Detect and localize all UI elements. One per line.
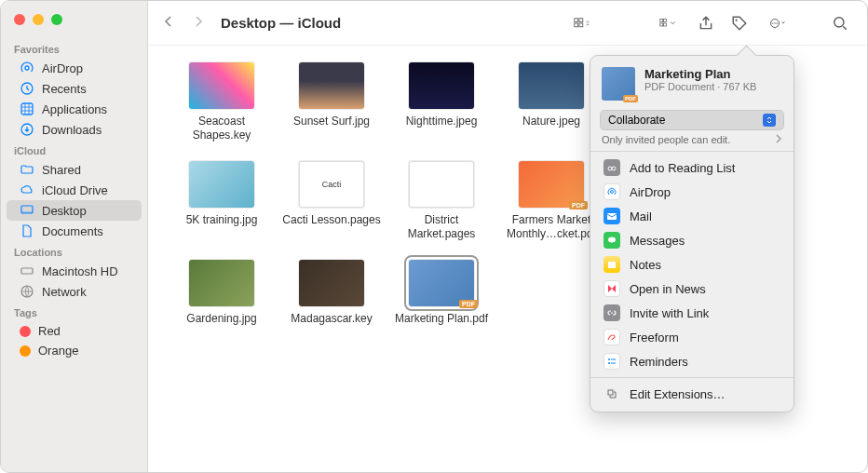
file-item[interactable]: Farmers Market Monthly…cket.pdf	[500, 161, 603, 241]
sidebar-item-shared[interactable]: Shared	[7, 159, 142, 180]
close-window-button[interactable]	[14, 14, 25, 25]
fullscreen-window-button[interactable]	[51, 14, 62, 25]
apps-icon	[20, 101, 34, 116]
share-item-airdrop[interactable]: AirDrop	[590, 180, 793, 204]
sidebar-item-documents[interactable]: Documents	[7, 221, 142, 241]
permission-hint-row[interactable]: Only invited people can edit.	[602, 134, 782, 145]
download-icon	[20, 122, 34, 137]
chevron-right-icon	[775, 134, 782, 145]
svg-rect-15	[664, 23, 667, 26]
window-controls	[1, 10, 147, 38]
sidebar-tag-orange[interactable]: Orange	[7, 341, 142, 360]
sidebar-item-airdrop[interactable]: AirDrop	[7, 58, 142, 78]
sidebar-item-downloads[interactable]: Downloads	[7, 119, 142, 140]
label: Applications	[42, 102, 107, 116]
svg-rect-13	[664, 19, 667, 21]
share-item-mail[interactable]: Mail	[590, 204, 793, 228]
share-item-messages[interactable]: Messages	[590, 228, 793, 252]
popover-subtitle: PDF Document · 767 KB	[644, 81, 756, 92]
label: Messages	[630, 234, 685, 248]
view-mode-button[interactable]	[563, 11, 601, 35]
sidebar-item-network[interactable]: Network	[7, 281, 142, 302]
file-item[interactable]: Nature.jpeg	[500, 62, 603, 142]
share-button[interactable]	[692, 11, 720, 35]
label: Freeform	[630, 331, 679, 345]
share-item-reading-list[interactable]: Add to Reading List	[590, 155, 793, 180]
minimize-window-button[interactable]	[33, 14, 44, 25]
back-button[interactable]	[161, 14, 176, 33]
permission-hint: Only invited people can edit.	[602, 134, 730, 145]
airdrop-icon	[604, 183, 620, 200]
glasses-icon	[604, 159, 620, 176]
svg-rect-11	[579, 23, 583, 27]
document-icon	[20, 223, 34, 238]
label: Invite with Link	[630, 306, 709, 320]
search-button[interactable]	[826, 11, 854, 35]
sidebar-item-desktop[interactable]: Desktop	[7, 200, 142, 221]
svg-point-28	[608, 358, 610, 360]
label: Orange	[38, 344, 78, 358]
window-title: Desktop — iCloud	[221, 15, 341, 31]
clock-icon	[20, 81, 34, 96]
file-item[interactable]: Madagascar.key	[280, 260, 383, 326]
collaborate-dropdown[interactable]: Collaborate	[600, 110, 784, 130]
label: Recents	[42, 82, 87, 96]
cloud-icon	[20, 182, 34, 197]
sidebar: Favorites AirDrop Recents Applications D…	[1, 1, 148, 472]
tag-dot-icon	[20, 326, 31, 337]
label: AirDrop	[630, 185, 671, 199]
group-by-button[interactable]	[649, 11, 686, 35]
popover-title: Marketing Plan	[644, 67, 756, 81]
svg-point-26	[608, 237, 616, 243]
file-name: Cacti Lesson.pages	[282, 213, 380, 227]
svg-rect-27	[608, 262, 616, 268]
forward-button[interactable]	[191, 14, 206, 33]
file-name: 5K training.jpg	[186, 213, 258, 227]
sidebar-item-icloud-drive[interactable]: iCloud Drive	[7, 180, 142, 200]
file-item[interactable]: CactiCacti Lesson.pages	[280, 161, 383, 241]
share-item-freeform[interactable]: Freeform	[590, 325, 793, 349]
sidebar-section-tags: Tags	[1, 302, 147, 321]
share-edit-extensions[interactable]: Edit Extensions…	[590, 382, 793, 406]
link-icon	[604, 304, 620, 321]
label: Macintosh HD	[42, 264, 118, 278]
svg-point-29	[608, 362, 610, 364]
svg-rect-8	[575, 18, 578, 21]
label: Notes	[630, 258, 661, 272]
file-name: Nature.jpeg	[522, 115, 580, 128]
mail-icon	[604, 208, 620, 224]
sidebar-tag-red[interactable]: Red	[7, 321, 142, 341]
sidebar-item-macintosh-hd[interactable]: Macintosh HD	[7, 261, 142, 281]
file-thumbnail	[519, 62, 584, 109]
file-item[interactable]: Seacoast Shapes.key	[170, 62, 273, 142]
folder-icon	[20, 162, 34, 177]
svg-point-16	[736, 19, 738, 20]
file-item[interactable]: Nighttime.jpeg	[390, 62, 493, 142]
actions-button[interactable]	[759, 11, 796, 35]
svg-point-23	[612, 167, 616, 170]
file-item[interactable]: Gardening.jpg	[170, 260, 273, 326]
file-name: Seacoast Shapes.key	[171, 115, 272, 142]
svg-point-21	[834, 17, 844, 26]
svg-point-0	[25, 66, 29, 70]
sidebar-item-applications[interactable]: Applications	[7, 99, 142, 119]
svg-rect-12	[660, 19, 663, 21]
label: Network	[42, 285, 87, 299]
file-item[interactable]: District Market.pages	[390, 161, 493, 241]
tags-button[interactable]	[726, 11, 753, 35]
airdrop-icon	[20, 61, 34, 75]
share-item-notes[interactable]: Notes	[590, 252, 793, 277]
label: iCloud Drive	[42, 183, 108, 197]
share-item-invite-link[interactable]: Invite with Link	[590, 301, 793, 325]
share-item-reminders[interactable]: Reminders	[590, 349, 793, 373]
popover-thumbnail	[602, 67, 635, 101]
share-item-news[interactable]: Open in News	[590, 277, 793, 301]
file-item[interactable]: Sunset Surf.jpg	[280, 62, 383, 142]
sidebar-item-recents[interactable]: Recents	[7, 78, 142, 99]
file-item-selected[interactable]: Marketing Plan.pdf	[390, 260, 493, 326]
file-thumbnail	[519, 161, 584, 208]
file-item[interactable]: 5K training.jpg	[170, 161, 273, 241]
label: Shared	[42, 163, 81, 177]
label: Downloads	[42, 123, 102, 137]
file-name: Madagascar.key	[291, 312, 372, 326]
